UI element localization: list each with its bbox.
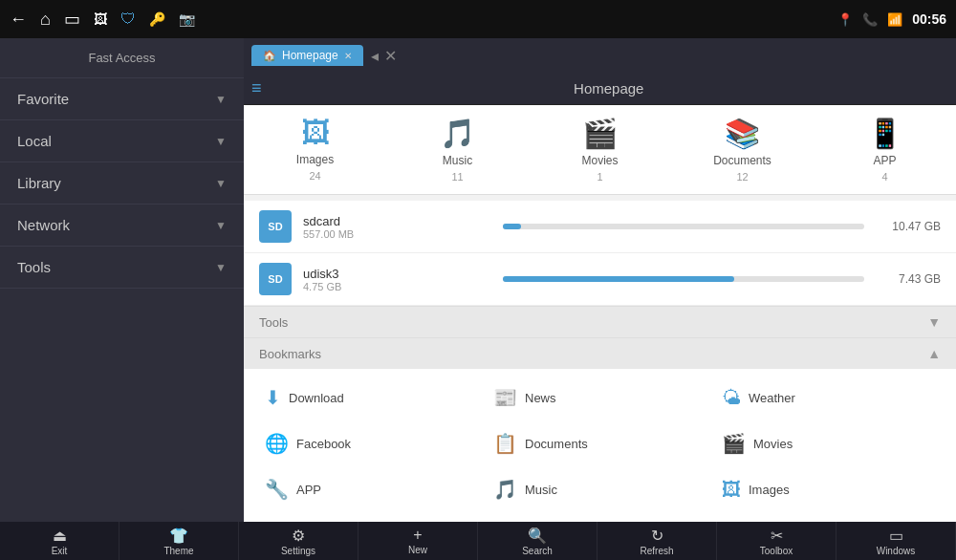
settings-button[interactable]: ⚙ Settings — [239, 522, 358, 560]
back-icon[interactable]: ← — [10, 10, 27, 30]
sdcard-bar-container — [503, 224, 864, 229]
windows-button[interactable]: ▭ Windows — [836, 522, 956, 560]
tools-chevron: ▼ — [927, 314, 941, 330]
storage-section: SD sdcard 557.00 MB 10.47 GB SD — [244, 201, 956, 306]
bookmark-news[interactable]: 📰 News — [488, 377, 712, 419]
bottom-bar: ⏏ Exit 👕 Theme ⚙ Settings + New 🔍 Search… — [0, 522, 956, 560]
homepage-content: 🖼 Images 24 🎵 Music 11 🎬 Movies 1 📚 Docu… — [244, 105, 956, 522]
exit-button[interactable]: ⏏ Exit — [0, 522, 120, 560]
bookmarks-grid: ⬇ Download 📰 News 🌤 Weather 🌐 Facebook 📋 — [244, 369, 956, 522]
status-right: 📍 📞 📶 00:56 — [837, 11, 946, 27]
sidebar-item-local[interactable]: Local ▼ — [0, 120, 244, 162]
documents-tile-icon: 📚 — [725, 117, 760, 150]
bookmark-app[interactable]: 🔧 APP — [259, 468, 484, 510]
documents-bm-icon: 📋 — [493, 432, 517, 455]
tile-images[interactable]: 🖼 Images 24 — [282, 117, 349, 183]
tab-close-icon[interactable]: ✕ — [344, 51, 352, 61]
tab-homepage[interactable]: 🏠 Homepage ✕ — [251, 45, 363, 66]
new-icon: + — [413, 527, 422, 544]
sidebar-fast-access: Fast Access — [0, 38, 244, 78]
sdcard-avatar: SD — [259, 210, 292, 243]
bookmark-movies[interactable]: 🎬 Movies — [716, 422, 941, 464]
udisk3-avatar: SD — [259, 263, 292, 295]
chevron-tools: ▼ — [215, 261, 227, 274]
theme-button[interactable]: 👕 Theme — [120, 522, 239, 560]
quick-tiles: 🖼 Images 24 🎵 Music 11 🎬 Movies 1 📚 Docu… — [244, 105, 956, 195]
facebook-icon: 🌐 — [265, 432, 289, 455]
refresh-button[interactable]: ↻ Refresh — [598, 522, 717, 560]
home-icon[interactable]: ⌂ — [40, 10, 51, 30]
movies-bm-icon: 🎬 — [722, 432, 746, 455]
tile-app[interactable]: 📱 APP 4 — [852, 117, 919, 183]
chevron-favorite: ▼ — [215, 93, 227, 106]
toolbar-title: Homepage — [270, 80, 948, 97]
location-icon: 📍 — [837, 12, 853, 27]
chevron-network: ▼ — [215, 219, 227, 232]
refresh-icon: ↻ — [651, 527, 663, 545]
tab-expand-icon[interactable]: ◂ — [371, 47, 379, 65]
bookmark-facebook[interactable]: 🌐 Facebook — [259, 422, 484, 464]
sdcard-info: sdcard 557.00 MB — [303, 214, 484, 240]
tile-movies[interactable]: 🎬 Movies 1 — [567, 117, 634, 183]
new-button[interactable]: + New — [358, 522, 478, 560]
menu-icon[interactable]: ≡ — [251, 78, 262, 98]
status-time: 00:56 — [912, 11, 946, 27]
bookmark-images[interactable]: 🖼 Images — [716, 468, 941, 510]
exit-icon: ⏏ — [53, 527, 67, 545]
theme-icon: 👕 — [169, 527, 188, 545]
status-left: ← ⌂ ▭ 🖼 🛡 🔑 📷 — [10, 9, 195, 30]
camera-icon[interactable]: 📷 — [179, 11, 195, 27]
content-area: 🏠 Homepage ✕ ◂ ✕ ≡ Homepage 🖼 Images 24 — [244, 38, 956, 522]
weather-icon: 🌤 — [722, 387, 741, 409]
tab-close-all-icon[interactable]: ✕ — [384, 47, 397, 65]
app-bm-icon: 🔧 — [265, 478, 289, 501]
movies-tile-icon: 🎬 — [582, 117, 618, 150]
tile-music[interactable]: 🎵 Music 11 — [424, 117, 491, 183]
tab-bar: 🏠 Homepage ✕ ◂ ✕ — [244, 38, 956, 73]
udisk3-bar — [503, 276, 734, 282]
bookmarks-chevron: ▲ — [927, 346, 941, 361]
search-button[interactable]: 🔍 Search — [478, 522, 598, 560]
sdcard-bar — [503, 224, 521, 229]
sidebar-item-favorite[interactable]: Favorite ▼ — [0, 78, 244, 120]
download-icon: ⬇ — [265, 386, 281, 409]
shield-icon[interactable]: 🛡 — [120, 11, 136, 28]
sidebar: Fast Access Favorite ▼ Local ▼ Library ▼… — [0, 38, 244, 522]
storage-sdcard[interactable]: SD sdcard 557.00 MB 10.47 GB — [244, 201, 956, 253]
bookmarks-section-header[interactable]: Bookmarks ▲ — [244, 337, 956, 369]
bookmark-music[interactable]: 🎵 Music — [488, 468, 712, 510]
news-icon: 📰 — [493, 386, 517, 409]
chevron-local: ▼ — [215, 135, 227, 148]
tile-documents[interactable]: 📚 Documents 12 — [709, 117, 776, 183]
music-bm-icon: 🎵 — [493, 478, 517, 501]
sidebar-item-network[interactable]: Network ▼ — [0, 205, 244, 247]
udisk3-info: udisk3 4.75 GB — [303, 267, 484, 292]
settings-icon: ⚙ — [292, 527, 305, 545]
tab-home-icon: 🏠 — [263, 50, 276, 62]
wifi-icon: 📶 — [887, 12, 902, 27]
window-icon[interactable]: ▭ — [64, 9, 80, 30]
search-icon: 🔍 — [528, 527, 547, 545]
sidebar-item-library[interactable]: Library ▼ — [0, 162, 244, 205]
tools-section-header[interactable]: Tools ▼ — [244, 306, 956, 337]
app-tile-icon: 📱 — [867, 117, 902, 150]
bookmark-documents[interactable]: 📋 Documents — [488, 422, 712, 464]
key-icon[interactable]: 🔑 — [149, 11, 165, 27]
main-layout: Fast Access Favorite ▼ Local ▼ Library ▼… — [0, 38, 956, 522]
windows-icon: ▭ — [889, 527, 903, 545]
storage-udisk3[interactable]: SD udisk3 4.75 GB 7.43 GB — [244, 253, 956, 306]
bookmark-google[interactable]: 🌐 Google — [259, 514, 484, 522]
image-icon[interactable]: 🖼 — [94, 11, 107, 27]
sidebar-item-tools[interactable]: Tools ▼ — [0, 247, 244, 289]
bookmark-download[interactable]: ⬇ Download — [259, 377, 484, 419]
phone-icon: 📞 — [862, 12, 878, 27]
chevron-library: ▼ — [215, 177, 227, 190]
bookmark-weather[interactable]: 🌤 Weather — [716, 377, 941, 419]
music-tile-icon: 🎵 — [440, 117, 475, 150]
images-tile-icon: 🖼 — [301, 117, 330, 149]
status-bar: ← ⌂ ▭ 🖼 🛡 🔑 📷 📍 📞 📶 00:56 — [0, 0, 956, 38]
toolbox-button[interactable]: ✂ Toolbox — [717, 522, 836, 560]
images-bm-icon: 🖼 — [722, 479, 741, 501]
toolbox-icon: ✂ — [771, 527, 783, 545]
toolbar-row: ≡ Homepage — [244, 73, 956, 105]
